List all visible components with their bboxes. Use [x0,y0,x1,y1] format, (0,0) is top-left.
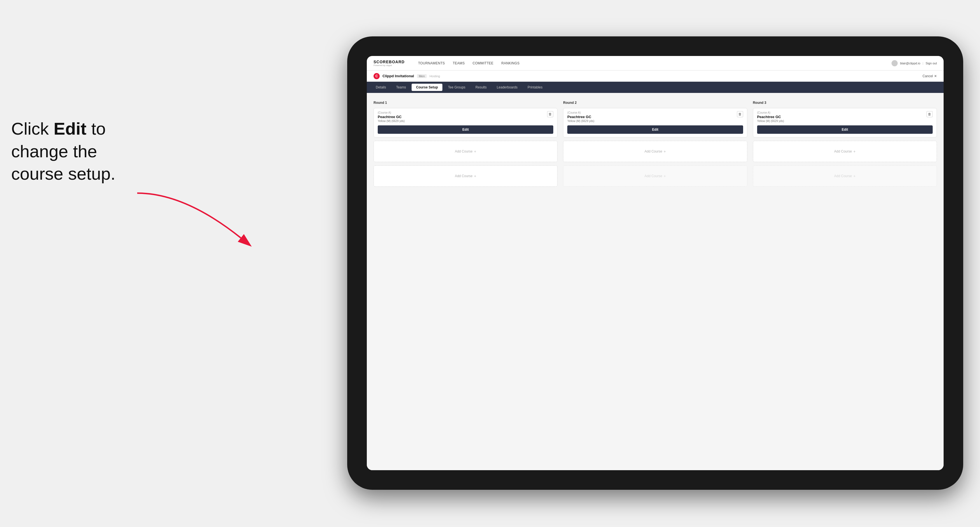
sub-header-left: C Clippd Invitational Men Hosting [374,73,440,79]
nav-committee[interactable]: COMMITTEE [473,61,494,65]
nav-tournaments[interactable]: TOURNAMENTS [418,61,445,65]
tab-results[interactable]: Results [471,84,491,91]
plus-icon-4: + [663,174,666,178]
round-1-label: Round 1 [374,101,557,105]
round-3-delete-btn[interactable]: 🗑 [926,111,933,117]
sign-out-link[interactable]: Sign out [926,62,937,65]
arrow-graphic [129,187,255,249]
round-3-course-info: (Course A) Peachtree GC Yellow (M) (6629… [757,111,926,122]
round-2-add-course-2: Add Course + [563,165,747,187]
round-3-course-card: (Course A) Peachtree GC Yellow (M) (6629… [753,108,937,137]
round-1-course-name: Peachtree GC [378,115,547,119]
scoreboard-logo: SCOREBOARD Powered by clippd [374,60,405,67]
round-3-card-actions: 🗑 [926,111,933,117]
round-1-edit-button[interactable]: Edit [378,125,553,134]
round-2-course-name: Peachtree GC [567,115,737,119]
logo-main-text: SCOREBOARD [374,60,405,64]
plus-icon-2: + [474,174,476,178]
round-1-course-header: (Course A) Peachtree GC Yellow (M) (6629… [374,108,557,122]
cancel-button[interactable]: Cancel ✕ [923,74,937,78]
cancel-x-icon: ✕ [934,74,937,78]
plus-icon-5: + [853,149,855,154]
tab-tee-groups[interactable]: Tee Groups [444,84,470,91]
tablet-screen: SCOREBOARD Powered by clippd TOURNAMENTS… [367,56,943,470]
round-2-add-course-1[interactable]: Add Course + [563,141,747,162]
tab-details[interactable]: Details [371,84,391,91]
tab-bar: Details Teams Course Setup Tee Groups Re… [367,82,943,93]
tab-leaderboards[interactable]: Leaderboards [492,84,522,91]
tab-printables[interactable]: Printables [523,84,547,91]
plus-icon-6: + [853,174,855,178]
tab-course-setup[interactable]: Course Setup [412,84,442,91]
main-content: Round 1 (Course A) Peachtree GC Yellow (… [367,93,943,470]
round-2-course-header: (Course A) Peachtree GC Yellow (M) (6629… [563,108,747,122]
round-1-delete-btn[interactable]: 🗑 [547,111,553,117]
round-2-edit-button[interactable]: Edit [567,125,743,134]
round-1-add-course-2[interactable]: Add Course + [374,165,557,187]
round-1-course-info: (Course A) Peachtree GC Yellow (M) (6629… [378,111,547,122]
tablet-device: SCOREBOARD Powered by clippd TOURNAMENTS… [347,37,963,490]
rounds-grid: Round 1 (Course A) Peachtree GC Yellow (… [374,101,937,190]
user-email: blair@clippd.io [900,62,920,65]
nav-rankings[interactable]: RANKINGS [501,61,519,65]
round-1-column: Round 1 (Course A) Peachtree GC Yellow (… [374,101,557,190]
round-2-card-actions: 🗑 [737,111,743,117]
round-3-add-course-1[interactable]: Add Course + [753,141,937,162]
clippd-logo-icon: C [374,73,380,79]
round-2-course-card: (Course A) Peachtree GC Yellow (M) (6629… [563,108,747,137]
round-3-course-name: Peachtree GC [757,115,926,119]
round-2-course-info: (Course A) Peachtree GC Yellow (M) (6629… [567,111,737,122]
sub-header: C Clippd Invitational Men Hosting Cancel… [367,70,943,82]
tournament-status: Hosting [430,75,440,78]
nav-teams[interactable]: TEAMS [453,61,465,65]
plus-icon-1: + [474,149,476,154]
round-1-add-course-1[interactable]: Add Course + [374,141,557,162]
tab-teams[interactable]: Teams [392,84,410,91]
round-3-course-header: (Course A) Peachtree GC Yellow (M) (6629… [753,108,937,122]
round-1-course-card: (Course A) Peachtree GC Yellow (M) (6629… [374,108,557,137]
top-nav: SCOREBOARD Powered by clippd TOURNAMENTS… [367,56,943,70]
plus-icon-3: + [663,149,666,154]
round-3-course-details: Yellow (M) (6629 yds) [757,119,926,122]
round-1-course-details: Yellow (M) (6629 yds) [378,119,547,122]
instruction-text: Click Edit tochange thecourse setup. [11,117,115,185]
round-3-add-course-2: Add Course + [753,165,937,187]
instruction-bold: Edit [54,119,86,138]
round-2-delete-btn[interactable]: 🗑 [737,111,743,117]
round-1-course-label: (Course A) [378,111,547,114]
round-2-label: Round 2 [563,101,747,105]
logo-sub-text: Powered by clippd [374,64,405,67]
tournament-title: Clippd Invitational [382,74,414,78]
round-3-column: Round 3 (Course A) Peachtree GC Yellow (… [753,101,937,190]
round-2-column: Round 2 (Course A) Peachtree GC Yellow (… [563,101,747,190]
top-nav-right: blair@clippd.io | Sign out [891,60,937,66]
round-2-course-details: Yellow (M) (6629 yds) [567,119,737,122]
top-nav-links: TOURNAMENTS TEAMS COMMITTEE RANKINGS [418,61,883,65]
user-avatar [891,60,898,66]
round-3-course-label: (Course A) [757,111,926,114]
round-2-course-label: (Course A) [567,111,737,114]
round-3-label: Round 3 [753,101,937,105]
round-1-card-actions: 🗑 [547,111,553,117]
nav-separator: | [923,62,923,65]
round-3-edit-button[interactable]: Edit [757,125,933,134]
tournament-gender-badge: Men [417,74,427,78]
